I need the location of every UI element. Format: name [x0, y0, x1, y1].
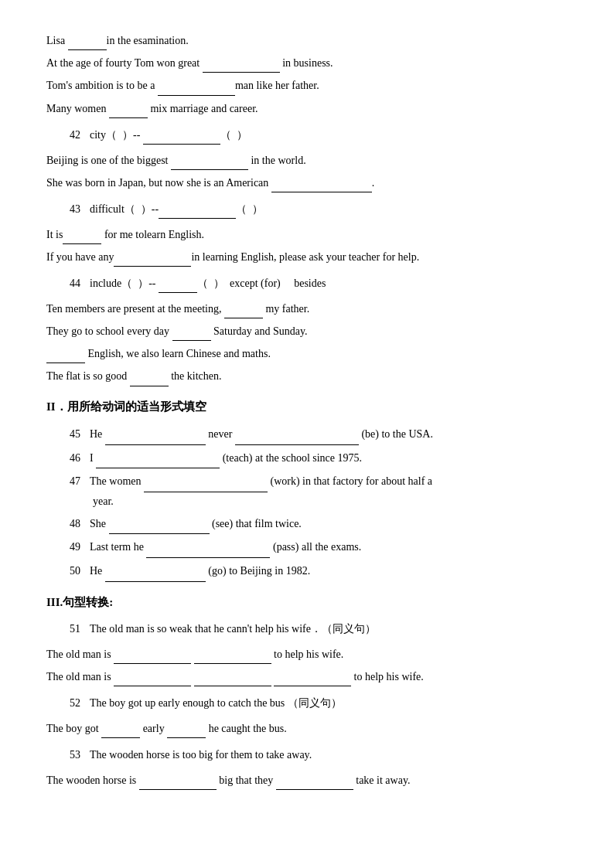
q44-number: 44	[70, 274, 87, 293]
line-7: It is for me tolearn English.	[46, 225, 568, 244]
line-6: She was born in Japan, but now she is an…	[46, 173, 568, 192]
q48-number: 48	[70, 514, 87, 535]
q51-line2: The old man is to help his wife.	[46, 667, 568, 686]
line-5: Beijing is one of the biggest in the wor…	[46, 151, 568, 170]
blank-q51c	[114, 674, 191, 686]
blank-q45a	[105, 433, 206, 445]
blank-any	[114, 254, 191, 267]
question-48: 48 She (see) that film twice.	[70, 514, 568, 535]
q51-line1: The old man is to help his wife.	[46, 645, 568, 664]
blank-q52a	[101, 726, 140, 738]
blank-q44	[159, 281, 197, 293]
blank-q43	[159, 206, 236, 219]
blank-q52b	[167, 726, 206, 738]
q44-text: include（ ）-- （ ） except (for) besides	[90, 274, 326, 293]
question-52: 52 The boy got up early enough to catch …	[70, 694, 568, 713]
q47-number: 47	[70, 471, 87, 492]
blank-q53a	[139, 778, 217, 790]
q47-continuation: year.	[93, 492, 568, 511]
q48-text: She (see) that film twice.	[90, 514, 302, 535]
q42-number: 42	[70, 126, 87, 145]
line-4: Many women mix marriage and career.	[46, 99, 568, 118]
q46-text: I (teach) at the school since 1975.	[90, 448, 362, 469]
q49-number: 49	[70, 537, 87, 558]
q51-number: 51	[70, 620, 87, 638]
section-2-header: II．用所给动词的适当形式填空	[46, 397, 568, 417]
blank-q49	[146, 546, 270, 558]
question-47: 47 The women (work) in that factory for …	[70, 471, 568, 492]
line-12: The flat is so good the kitchen.	[46, 366, 568, 386]
blank-tom-great	[203, 60, 280, 73]
blank-meeting	[224, 306, 263, 318]
question-45: 45 He never (be) to the USA.	[70, 424, 568, 445]
blank-lisa	[68, 38, 107, 50]
line-2: At the age of fourty Tom won great in bu…	[46, 53, 568, 73]
line-10: They go to school every day Saturday and…	[46, 322, 568, 341]
blank-flat	[130, 374, 169, 386]
blank-school	[172, 328, 211, 341]
blank-beijing	[171, 158, 248, 170]
line-8: If you have anyin learning English, plea…	[46, 247, 568, 267]
blank-q46	[96, 456, 220, 468]
q51-text: The old man is so weak that he cann't he…	[90, 620, 376, 638]
q52-line1: The boy got early he caught the bus.	[46, 719, 568, 738]
question-46: 46 I (teach) at the school since 1975.	[70, 448, 568, 469]
line-3: Tom's ambition is to be a man like her f…	[46, 76, 568, 95]
blank-q51e	[274, 674, 351, 686]
question-43: 43 difficult（ ）--（ ）	[70, 200, 568, 219]
question-53: 53 The wooden horse is too big for them …	[70, 746, 568, 764]
blank-q51d	[194, 674, 271, 686]
q47-text: The women (work) in that factory for abo…	[90, 471, 432, 492]
q53-text: The wooden horse is too big for them to …	[90, 746, 312, 764]
q52-text: The boy got up early enough to catch the…	[90, 694, 342, 713]
q50-number: 50	[70, 561, 87, 582]
question-50: 50 He (go) to Beijing in 1982.	[70, 561, 568, 582]
question-44: 44 include（ ）-- （ ） except (for) besides	[70, 274, 568, 293]
question-42: 42 city（ ）-- （ ）	[70, 126, 568, 145]
blank-women	[109, 106, 148, 118]
blank-tom-ambition	[158, 83, 235, 96]
q45-number: 45	[70, 424, 87, 445]
blank-q50	[105, 570, 206, 582]
q43-number: 43	[70, 200, 87, 219]
blank-q47	[144, 480, 268, 492]
line-9: Ten members are present at the meeting, …	[46, 299, 568, 318]
question-49: 49 Last term he (pass) all the exams.	[70, 537, 568, 558]
page-content: Lisa in the esamination. At the age of f…	[46, 31, 568, 790]
blank-q53b	[276, 778, 353, 790]
blank-english	[46, 351, 85, 363]
blank-it-is	[63, 232, 101, 244]
q43-text: difficult（ ）--（ ）	[90, 200, 263, 219]
q50-text: He (go) to Beijing in 1982.	[90, 561, 310, 582]
question-51: 51 The old man is so weak that he cann't…	[70, 620, 568, 638]
q45-text: He never (be) to the USA.	[90, 424, 433, 445]
q52-number: 52	[70, 694, 87, 713]
section-3-header: III.句型转换:	[46, 593, 568, 613]
q53-line1: The wooden horse is big that they take i…	[46, 771, 568, 790]
q46-number: 46	[70, 448, 87, 469]
line-1: Lisa in the esamination.	[46, 31, 568, 50]
q49-text: Last term he (pass) all the exams.	[90, 537, 361, 558]
q53-number: 53	[70, 746, 87, 764]
blank-q48	[109, 522, 210, 534]
blank-american	[271, 180, 372, 192]
q42-text: city（ ）-- （ ）	[90, 126, 247, 145]
line-11: English, we also learn Chinese and maths…	[46, 344, 568, 363]
blank-q45b	[235, 433, 359, 445]
blank-q51a	[114, 652, 191, 664]
blank-q42	[143, 132, 220, 145]
blank-q51b	[194, 652, 271, 664]
